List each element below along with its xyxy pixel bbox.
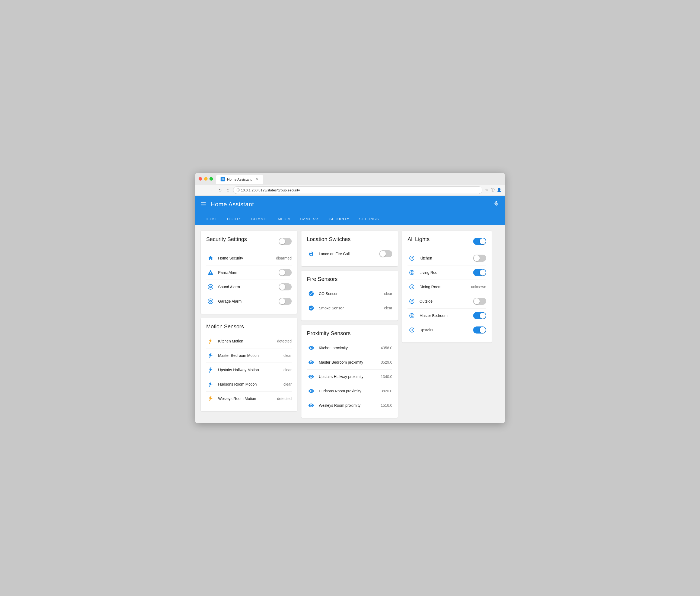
nav-lights[interactable]: LIGHTS <box>222 213 246 225</box>
upstairs-lights-row: Upstairs <box>407 323 486 337</box>
nav-climate[interactable]: CLIMATE <box>246 213 273 225</box>
col-left: Security Settings Home Security disarmed <box>201 231 297 411</box>
outside-lights-toggle[interactable] <box>473 298 486 305</box>
star-icon[interactable]: ☆ <box>485 188 489 192</box>
fire-sensors-panel: Fire Sensors CO Sensor clear <box>301 270 398 320</box>
upstairs-hallway-motion-row: Upstairs Hallway Motion clear <box>206 363 292 377</box>
security-master-toggle[interactable] <box>279 238 292 245</box>
panic-alarm-toggle[interactable] <box>279 269 292 276</box>
home-nav-button[interactable]: ⌂ <box>225 186 230 193</box>
upstairs-lights-icon <box>407 326 416 334</box>
kitchen-lights-row: Kitchen <box>407 251 486 265</box>
address-icons: ☆ ⓘ 👤 <box>485 188 501 192</box>
mic-icon[interactable] <box>493 201 499 208</box>
lance-fire-call-toggle[interactable] <box>379 250 392 257</box>
panic-alarm-toggle-slider <box>279 269 292 276</box>
browser-tab[interactable]: HA Home Assistant ✕ <box>216 175 263 184</box>
smoke-sensor-icon <box>307 304 316 312</box>
dining-room-lights-row: Dining Room unknown <box>407 280 486 294</box>
minimize-button[interactable] <box>204 177 207 181</box>
upstairs-lights-toggle[interactable] <box>473 327 486 334</box>
home-security-label: Home Security <box>218 256 276 260</box>
garage-alarm-icon <box>206 297 215 306</box>
garage-alarm-label: Garage Alarm <box>218 299 279 304</box>
col-right: All Lights Kitchen <box>402 231 492 342</box>
upstairs-lights-toggle-slider <box>473 327 486 334</box>
outside-lights-toggle-slider <box>473 298 486 305</box>
nav-cameras[interactable]: CAMERAS <box>296 213 325 225</box>
kitchen-motion-icon <box>206 337 215 345</box>
reload-button[interactable]: ↻ <box>217 186 223 194</box>
security-settings-title: Security Settings <box>206 236 247 242</box>
lance-fire-call-toggle-slider <box>379 250 392 257</box>
tab-title: Home Assistant <box>227 177 251 181</box>
url-text: 10.0.1.200:8123/states/group.security <box>241 188 300 192</box>
app-content: Security Settings Home Security disarmed <box>195 225 505 423</box>
master-bedroom-proximity-value: 3529.0 <box>381 360 392 364</box>
wesleys-room-motion-icon <box>206 394 215 403</box>
tab-close-icon[interactable]: ✕ <box>256 177 258 181</box>
close-button[interactable] <box>199 177 202 181</box>
upstairs-hallway-proximity-label: Upstairs Hallway proximity <box>319 374 381 379</box>
smoke-sensor-row: Smoke Sensor clear <box>307 301 392 315</box>
app-header-left: ☰ Home Assistant <box>201 201 254 208</box>
hudsons-room-motion-icon <box>206 380 215 389</box>
kitchen-proximity-label: Kitchen proximity <box>319 346 381 350</box>
fire-sensors-title: Fire Sensors <box>307 276 392 282</box>
master-bedroom-motion-value: clear <box>283 353 292 358</box>
svg-point-23 <box>411 330 412 330</box>
hudsons-room-proximity-icon <box>307 387 316 395</box>
upstairs-hallway-motion-value: clear <box>283 368 292 372</box>
sound-alarm-toggle-slider <box>279 283 292 290</box>
master-bedroom-proximity-label: Master Bedroom proximity <box>319 360 381 364</box>
upstairs-hallway-proximity-value: 1340.0 <box>381 374 392 379</box>
upstairs-hallway-proximity-icon <box>307 372 316 381</box>
wesleys-room-motion-label: Wesleys Room Motion <box>218 396 277 401</box>
sound-alarm-toggle[interactable] <box>279 283 292 290</box>
living-room-lights-icon <box>407 268 416 277</box>
back-button[interactable]: ← <box>199 186 205 193</box>
kitchen-proximity-row: Kitchen proximity 4356.0 <box>307 341 392 355</box>
garage-alarm-toggle[interactable] <box>279 298 292 305</box>
sound-alarm-label: Sound Alarm <box>218 285 279 289</box>
nav-media[interactable]: MEDIA <box>273 213 295 225</box>
dining-room-lights-icon <box>407 283 416 291</box>
app-title: Home Assistant <box>210 201 254 208</box>
master-bedroom-lights-icon <box>407 311 416 320</box>
upstairs-hallway-motion-icon <box>206 365 215 374</box>
wesleys-room-proximity-value: 1516.0 <box>381 403 392 408</box>
co-sensor-icon <box>307 289 316 298</box>
living-room-lights-toggle[interactable] <box>473 269 486 276</box>
master-bedroom-motion-icon <box>206 351 215 360</box>
menu-icon[interactable]: ☰ <box>201 201 206 208</box>
svg-point-2 <box>210 286 211 287</box>
lance-fire-call-row: Lance on Fire Call <box>307 247 392 261</box>
master-bedroom-motion-label: Master Bedroom Motion <box>218 353 283 358</box>
nav-security[interactable]: SECURITY <box>325 213 354 225</box>
maximize-button[interactable] <box>209 177 213 181</box>
info-icon[interactable]: ⓘ <box>491 188 495 192</box>
co-sensor-value: clear <box>384 291 392 296</box>
browser-addressbar: ← → ↻ ⌂ ⓘ 10.0.1.200:8123/states/group.s… <box>195 185 505 196</box>
svg-point-17 <box>411 301 412 302</box>
nav-home[interactable]: HOME <box>201 213 222 225</box>
garage-alarm-toggle-slider <box>279 298 292 305</box>
nav-settings[interactable]: SETTINGS <box>354 213 384 225</box>
forward-button[interactable]: → <box>208 186 214 193</box>
wesleys-room-motion-value: detected <box>277 396 292 401</box>
motion-sensors-title: Motion Sensors <box>206 323 292 330</box>
hudsons-room-motion-label: Hudsons Room Motion <box>218 382 283 386</box>
app-header: ☰ Home Assistant <box>195 196 505 213</box>
kitchen-proximity-icon <box>307 343 316 352</box>
kitchen-motion-value: detected <box>277 339 292 343</box>
dining-room-lights-label: Dining Room <box>420 285 471 289</box>
kitchen-lights-toggle-slider <box>473 255 486 262</box>
master-bedroom-lights-toggle[interactable] <box>473 312 486 319</box>
all-lights-master-toggle[interactable] <box>473 238 486 245</box>
user-icon[interactable]: 👤 <box>497 188 501 192</box>
fire-icon <box>307 250 316 258</box>
kitchen-lights-toggle[interactable] <box>473 255 486 262</box>
app-nav: HOME LIGHTS CLIMATE MEDIA CAMERAS SECURI… <box>195 213 505 225</box>
address-bar[interactable]: ⓘ 10.0.1.200:8123/states/group.security <box>233 186 482 194</box>
hudsons-room-motion-row: Hudsons Room Motion clear <box>206 377 292 392</box>
